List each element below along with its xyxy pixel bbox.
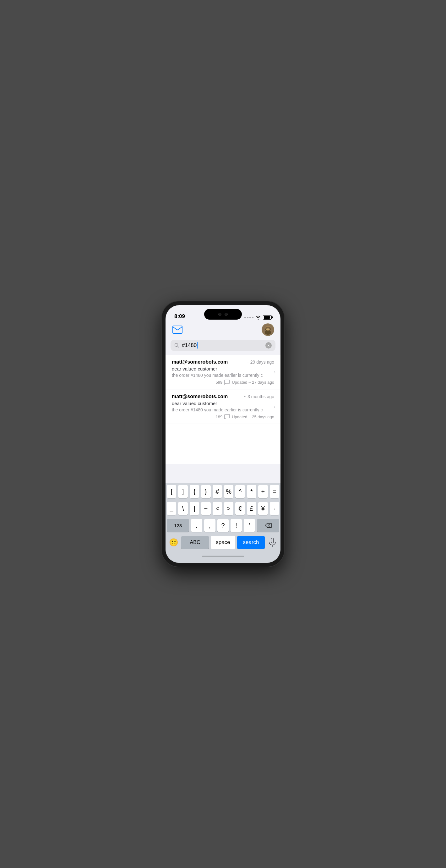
phone-screen: 8:09 — [165, 305, 281, 563]
result-subject: dear valued customer — [172, 366, 274, 371]
svg-point-7 — [268, 327, 270, 329]
key-backslash[interactable]: \ — [178, 502, 188, 515]
key-brace-open[interactable]: { — [190, 485, 199, 498]
result-sender: matt@somerobots.com — [172, 394, 228, 399]
result-updated: Updated ~ 27 days ago — [232, 380, 274, 385]
result-preview: the order #1480 you made earlier is curr… — [172, 373, 274, 378]
search-key[interactable]: search — [237, 536, 265, 549]
empty-area — [165, 464, 281, 483]
status-icons — [244, 315, 272, 320]
key-dot[interactable]: · — [270, 502, 279, 515]
key-exclaim[interactable]: ! — [230, 519, 242, 532]
chevron-right-icon: › — [274, 369, 276, 375]
result-updated: Updated ~ 25 days ago — [232, 414, 274, 419]
key-caret[interactable]: ^ — [235, 485, 245, 498]
text-cursor — [197, 342, 197, 348]
mail-svg — [172, 326, 183, 334]
avatar[interactable] — [262, 323, 274, 336]
result-footer: 189 Updated ~ 25 days ago — [172, 414, 274, 419]
key-bracket-open[interactable]: [ — [167, 485, 176, 498]
result-comments-count: 599 — [216, 380, 222, 385]
keyboard-row-1: [ ] { } # % ^ * + = — [167, 485, 279, 498]
search-container: #1480 × — [165, 340, 281, 355]
mail-icon[interactable] — [172, 324, 183, 335]
search-query-value: #1480 — [182, 342, 197, 348]
result-comments-count: 189 — [216, 414, 222, 419]
battery-icon — [263, 315, 272, 320]
key-asterisk[interactable]: * — [247, 485, 256, 498]
search-icon — [174, 343, 179, 348]
comment-icon — [224, 380, 230, 385]
key-brace-close[interactable]: } — [201, 485, 211, 498]
key-pipe[interactable]: | — [190, 502, 199, 515]
key-euro[interactable]: € — [235, 502, 245, 515]
app-header — [165, 322, 281, 340]
search-bar[interactable]: #1480 × — [170, 340, 276, 351]
emoji-button[interactable]: 🙂 — [168, 537, 179, 548]
key-tilde[interactable]: ~ — [201, 502, 211, 515]
result-sender: matt@somerobots.com — [172, 359, 228, 365]
key-hash[interactable]: # — [213, 485, 222, 498]
key-comma[interactable]: , — [204, 519, 216, 532]
wifi-icon — [255, 315, 261, 320]
result-subject: dear valued customer — [172, 401, 274, 406]
chevron-right-icon: › — [274, 404, 276, 409]
home-indicator-bar — [167, 551, 279, 562]
result-date: ~ 3 months ago — [244, 394, 274, 399]
key-greater[interactable]: > — [224, 502, 233, 515]
dynamic-island — [204, 309, 242, 320]
key-plus[interactable]: + — [258, 485, 267, 498]
result-item[interactable]: matt@somerobots.com ~ 3 months ago dear … — [165, 390, 281, 424]
result-header: matt@somerobots.com ~ 3 months ago — [172, 394, 274, 399]
result-date: ~ 29 days ago — [247, 360, 274, 365]
key-equals[interactable]: = — [270, 485, 279, 498]
results-list: matt@somerobots.com ~ 29 days ago dear v… — [165, 355, 281, 464]
key-apostrophe[interactable]: ' — [244, 519, 255, 532]
result-item[interactable]: matt@somerobots.com ~ 29 days ago dear v… — [165, 355, 281, 390]
avatar-image — [262, 324, 274, 336]
svg-rect-10 — [271, 538, 274, 543]
island-dot-left — [218, 313, 221, 316]
abc-key[interactable]: ABC — [181, 536, 209, 549]
keyboard-row-2: _ \ | ~ < > € £ ¥ · — [167, 502, 279, 515]
key-underscore[interactable]: _ — [167, 502, 176, 515]
keyboard: [ ] { } # % ^ * + = _ \ | ~ < > € £ — [165, 483, 281, 563]
key-bracket-close[interactable]: ] — [178, 485, 188, 498]
keyboard-row-3: 123 . , ? ! ' — [167, 519, 279, 532]
space-key[interactable]: space — [211, 536, 235, 549]
backspace-icon — [265, 523, 272, 528]
comment-icon — [224, 414, 230, 419]
result-footer: 599 Updated ~ 27 days ago — [172, 380, 274, 385]
backspace-key[interactable] — [257, 519, 279, 532]
svg-point-4 — [265, 330, 271, 335]
signal-icon — [244, 317, 253, 318]
key-yen[interactable]: ¥ — [258, 502, 267, 515]
search-input[interactable]: #1480 — [182, 342, 263, 348]
key-pound[interactable]: £ — [247, 502, 256, 515]
mic-button[interactable] — [267, 537, 278, 548]
key-question[interactable]: ? — [217, 519, 229, 532]
clear-button[interactable]: × — [265, 342, 272, 348]
island-dot-right — [225, 313, 228, 316]
result-preview: the order #1480 you made earlier is curr… — [172, 407, 274, 412]
mic-icon — [268, 538, 276, 547]
key-less[interactable]: < — [213, 502, 222, 515]
result-header: matt@somerobots.com ~ 29 days ago — [172, 359, 274, 365]
keyboard-bottom-row: 🙂 ABC space search — [167, 536, 279, 551]
key-period[interactable]: . — [191, 519, 202, 532]
home-indicator — [202, 556, 244, 557]
status-time: 8:09 — [174, 313, 185, 320]
key-123[interactable]: 123 — [167, 519, 189, 532]
svg-point-8 — [266, 329, 269, 330]
key-percent[interactable]: % — [224, 485, 233, 498]
phone-frame: 8:09 — [162, 301, 284, 567]
